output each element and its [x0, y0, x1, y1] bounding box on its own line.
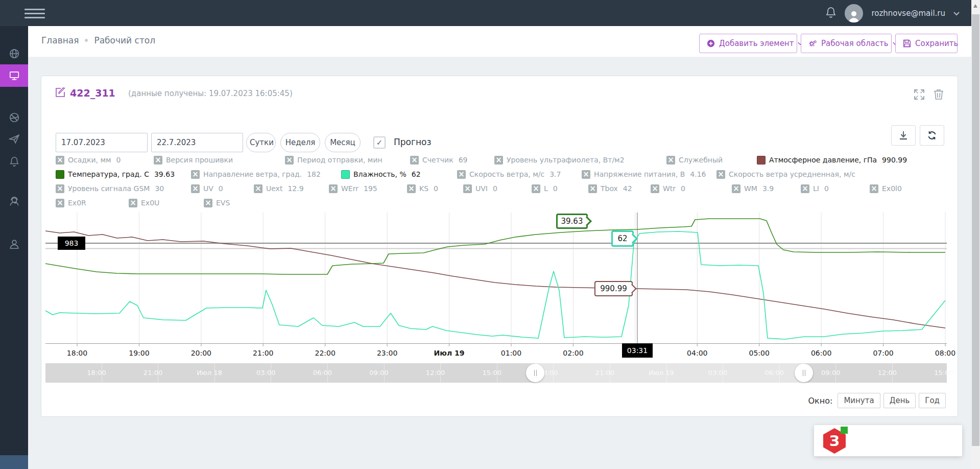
legend-item[interactable]: ×Напряжение питания, В4.16: [582, 170, 716, 179]
sidebar-item-alerts[interactable]: [0, 150, 28, 173]
workspace-button[interactable]: Рабочая область: [801, 34, 892, 53]
headset-person-icon: [9, 196, 20, 207]
legend-item[interactable]: Температура, град. C39.63: [56, 170, 191, 179]
legend-item[interactable]: ×Uext12.9: [254, 184, 329, 193]
notifications-bell-button[interactable]: [825, 6, 836, 20]
legend-item[interactable]: ×L0: [532, 184, 588, 193]
sidebar-item-send[interactable]: [0, 128, 28, 150]
legend-x-icon: ×: [154, 156, 162, 165]
vendor-logo-card[interactable]: З: [814, 425, 962, 456]
breadcrumb: Главная Рабочий стол: [41, 35, 155, 45]
page-scrollbar[interactable]: [971, 0, 980, 469]
legend-item[interactable]: ×Ex0R: [56, 199, 129, 207]
pressure-tooltip-value: 990.99: [600, 284, 627, 293]
range-month-button[interactable]: Месяц: [325, 133, 361, 152]
sidebar-item-map[interactable]: [0, 42, 28, 65]
x-axis-label: 22:00: [315, 349, 336, 357]
legend-item[interactable]: ×Ex0U: [129, 199, 204, 207]
sidebar-item-desktop[interactable]: [0, 64, 28, 87]
topbar: rozhnovse@mail.ru: [0, 0, 980, 26]
navigator-right-handle[interactable]: [795, 364, 813, 382]
chevron-down-icon[interactable]: [953, 8, 960, 18]
paper-plane-icon: [9, 133, 20, 145]
panel-title: 422_311: [70, 87, 115, 99]
legend-x-icon: ×: [129, 199, 137, 207]
legend-color-swatch: [341, 170, 350, 179]
legend-label: Wtr: [663, 184, 676, 193]
legend-item[interactable]: Влажность, %62: [341, 170, 457, 179]
window-day-button[interactable]: День: [883, 393, 916, 408]
legend-item[interactable]: ×Осадки, мм0: [56, 156, 154, 165]
legend-value: 3.7: [549, 170, 561, 178]
add-element-button[interactable]: Добавить элемент: [699, 34, 797, 53]
legend-value: 69: [459, 156, 468, 164]
legend-item[interactable]: ×UVI0: [463, 184, 532, 193]
humidity-tooltip: 62: [611, 230, 634, 247]
gears-icon: [808, 39, 817, 48]
forecast-checkbox[interactable]: ✓: [373, 136, 386, 149]
legend-item[interactable]: ×Ex0l0: [870, 184, 902, 193]
legend-value: 39.63: [154, 170, 175, 178]
legend-item[interactable]: ×Направление ветра, град.182: [191, 170, 341, 179]
x-axis-label: 04:00: [687, 349, 707, 357]
legend-item[interactable]: ×WErr195: [329, 184, 407, 193]
window-year-button[interactable]: Год: [919, 393, 946, 408]
humidity-tooltip-value: 62: [617, 234, 627, 243]
breadcrumb-home[interactable]: Главная: [41, 35, 79, 45]
legend-item[interactable]: ×LI0: [801, 184, 870, 193]
date-from-input[interactable]: [56, 133, 148, 152]
legend-item[interactable]: ×Wtr0: [651, 184, 732, 193]
chart-navigator[interactable]: 18:0021:00Июл 1803:0006:0009:0012:0015:0…: [45, 363, 947, 383]
refresh-button[interactable]: [920, 125, 944, 146]
legend-item[interactable]: Атмосферное давление, гПа990.99: [757, 156, 907, 165]
legend-item[interactable]: ×Уровень сигнала GSM30: [56, 184, 191, 193]
scroll-up-arrow-icon[interactable]: [973, 4, 977, 8]
legend-item[interactable]: ×Служебный: [666, 156, 757, 165]
legend-item[interactable]: ×UV0: [191, 184, 254, 193]
x-axis-label: 08:00: [935, 349, 955, 357]
chart-plot: [45, 213, 947, 347]
save-button[interactable]: Сохранить: [895, 34, 958, 53]
date-to-input[interactable]: [151, 133, 243, 152]
expand-button[interactable]: [912, 87, 927, 103]
range-week-button[interactable]: Неделя: [280, 133, 320, 152]
legend-item[interactable]: ×Период отправки, мин: [285, 156, 410, 165]
legend-item[interactable]: ×Tbox42: [588, 184, 651, 193]
window-minute-button[interactable]: Минута: [838, 393, 880, 408]
navigator-left-handle[interactable]: [526, 364, 544, 382]
scrollbar-thumb[interactable]: [972, 14, 979, 446]
user-email[interactable]: rozhnovse@mail.ru: [871, 9, 945, 18]
edit-icon[interactable]: [55, 87, 66, 100]
legend-label: Влажность, %: [353, 170, 407, 178]
legend-item[interactable]: ×Скорость ветра, м/с3.7: [457, 170, 582, 179]
x-axis-label: 21:00: [253, 349, 273, 357]
range-day-button[interactable]: Сутки: [246, 133, 276, 152]
legend-item[interactable]: ×KS0: [407, 184, 463, 193]
legend-value: 62: [412, 170, 421, 178]
hamburger-menu-button[interactable]: [25, 6, 45, 21]
window-controls: Окно: Минута День Год: [808, 393, 946, 408]
legend-label: KS: [419, 184, 428, 193]
sidebar-item-sports[interactable]: [0, 106, 28, 129]
legend-value: 0: [116, 156, 121, 164]
legend-item[interactable]: ×Счетчик69: [410, 156, 494, 165]
sidebar-item-users[interactable]: [0, 233, 28, 255]
legend-item[interactable]: ×Скорость ветра усредненная, м/с: [716, 170, 855, 179]
legend-item[interactable]: ×Уровень ультрафиолета, Вт/м2: [494, 156, 666, 165]
legend-item[interactable]: ×Версия прошивки: [154, 156, 285, 165]
x-axis: 18:0019:0020:0021:0022:0023:00Июл 1901:0…: [45, 347, 947, 360]
legend-label: Служебный: [679, 156, 723, 164]
avatar[interactable]: [845, 4, 863, 22]
legend-item[interactable]: ×WM3.9: [732, 184, 801, 193]
legend-item[interactable]: ×EVS: [204, 199, 230, 207]
sidebar-item-support[interactable]: [0, 190, 28, 213]
download-button[interactable]: [891, 125, 916, 146]
legend-x-icon: ×: [410, 156, 419, 165]
x-axis-label: 19:00: [129, 349, 149, 357]
add-element-label: Добавить элемент: [719, 39, 794, 48]
legend-value: 0: [434, 184, 438, 193]
delete-button[interactable]: [931, 87, 946, 103]
navigator-label: 12:00: [878, 369, 897, 377]
legend-x-icon: ×: [463, 184, 472, 193]
workspace-label: Рабочая область: [821, 39, 889, 48]
